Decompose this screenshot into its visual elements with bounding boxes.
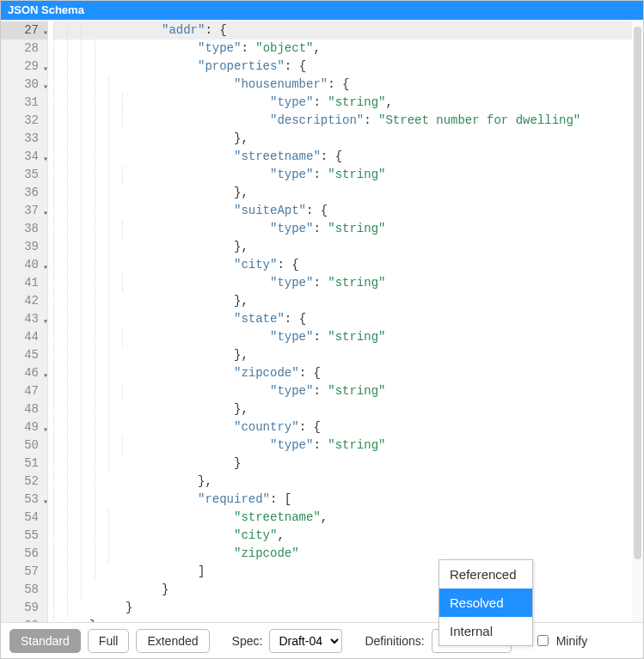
- code-line[interactable]: "type": "string": [53, 436, 638, 455]
- code-line[interactable]: },: [53, 238, 638, 256]
- code-line[interactable]: ]: [53, 563, 638, 581]
- code-line[interactable]: "country": {: [53, 418, 638, 436]
- toolbar: Standard Full Extended Spec: Draft-04 De…: [1, 622, 643, 658]
- token-punc: :: [313, 276, 328, 290]
- token-punc: :: [313, 95, 328, 109]
- gutter: 27▾2829▾30▾31323334▾353637▾383940▾414243…: [1, 20, 48, 622]
- token-brace: {: [291, 258, 298, 272]
- dropdown-option[interactable]: Referenced: [439, 560, 532, 589]
- code-line[interactable]: },: [53, 346, 638, 364]
- token-punc: ,: [241, 131, 248, 145]
- code-line[interactable]: "type": "object",: [53, 40, 638, 58]
- mode-full-button[interactable]: Full: [88, 629, 130, 653]
- gutter-line: 48: [1, 400, 47, 418]
- gutter-line: 56: [1, 545, 47, 563]
- code-line[interactable]: },: [53, 400, 638, 418]
- token-brace: }: [126, 601, 132, 614]
- gutter-line: 28: [1, 40, 47, 58]
- token-punc: :: [285, 59, 299, 73]
- code-line[interactable]: "description": "Street number for dwelli…: [53, 112, 638, 130]
- code-line[interactable]: "state": {: [53, 310, 638, 328]
- gutter-line: 38: [1, 220, 47, 238]
- code-editor[interactable]: 27▾2829▾30▾31323334▾353637▾383940▾414243…: [1, 20, 643, 622]
- code-line[interactable]: "suiteApt": {: [53, 202, 638, 220]
- gutter-line: 34▾: [1, 148, 47, 166]
- token-brace: {: [219, 23, 226, 37]
- code-line[interactable]: }: [53, 455, 638, 473]
- dropdown-option[interactable]: Resolved: [439, 589, 532, 617]
- token-brace: {: [321, 204, 328, 217]
- minify-toggle[interactable]: Minify: [534, 632, 588, 649]
- json-schema-editor: JSON Schema 27▾2829▾30▾31323334▾353637▾3…: [0, 0, 644, 659]
- code-line[interactable]: "streetname": {: [53, 148, 638, 166]
- gutter-line: 54: [1, 509, 47, 527]
- token-key: "housenumber": [234, 77, 328, 91]
- token-punc: :: [277, 258, 291, 272]
- gutter-line: 57: [1, 563, 47, 581]
- token-key: "type": [270, 222, 313, 235]
- gutter-line: 53▾: [1, 491, 47, 509]
- spec-select[interactable]: Draft-04: [269, 629, 342, 653]
- gutter-line: 27▾: [1, 21, 47, 40]
- gutter-line: 43▾: [1, 310, 47, 328]
- token-punc: ,: [241, 186, 248, 199]
- minify-checkbox[interactable]: [537, 635, 549, 646]
- code-line[interactable]: "housenumber": {: [53, 76, 638, 94]
- token-punc: :: [313, 222, 328, 235]
- token-key: "properties": [198, 59, 285, 73]
- token-key: "type": [270, 384, 313, 398]
- token-str: "Street number for dwelling": [378, 113, 580, 127]
- gutter-line: 31: [1, 94, 47, 112]
- code-line[interactable]: "type": "string": [53, 382, 638, 400]
- code-line[interactable]: },: [53, 184, 638, 202]
- code-line[interactable]: }: [53, 599, 638, 617]
- token-brace: [: [285, 492, 291, 506]
- code-line[interactable]: "city",: [53, 527, 638, 545]
- gutter-line: 47: [1, 382, 47, 400]
- token-punc: :: [364, 113, 378, 127]
- definitions-dropdown-popup[interactable]: ReferencedResolvedInternal: [439, 559, 533, 646]
- token-punc: :: [299, 420, 314, 434]
- code-line[interactable]: "zipcode": {: [53, 364, 638, 382]
- code-line[interactable]: "type": "string": [53, 166, 638, 184]
- definitions-label: Definitions:: [365, 634, 424, 648]
- mode-standard-button[interactable]: Standard: [9, 629, 81, 653]
- token-key: "type": [270, 168, 313, 181]
- token-punc: ,: [313, 41, 320, 55]
- token-key: "state": [234, 312, 285, 326]
- gutter-line: 30▾: [1, 76, 47, 94]
- code-line[interactable]: "properties": {: [53, 58, 638, 76]
- token-key: "city": [234, 258, 277, 272]
- code-line[interactable]: "type": "string": [53, 328, 638, 346]
- token-str: "streetname": [234, 510, 321, 524]
- token-punc: :: [306, 204, 321, 217]
- token-brace: {: [335, 149, 342, 163]
- code-area[interactable]: "addr": {"type": "object","properties": …: [48, 20, 643, 622]
- token-brace: {: [313, 420, 320, 434]
- code-line[interactable]: "zipcode": [53, 545, 638, 563]
- code-line[interactable]: "required": [: [53, 491, 638, 509]
- code-line[interactable]: "addr": {: [53, 21, 638, 40]
- code-line[interactable]: "type": "string",: [53, 94, 638, 112]
- gutter-line: 46▾: [1, 364, 47, 382]
- code-line[interactable]: "city": {: [53, 256, 638, 274]
- gutter-line: 33: [1, 130, 47, 148]
- code-line[interactable]: },: [53, 473, 638, 491]
- gutter-line: 44: [1, 328, 47, 346]
- dropdown-option[interactable]: Internal: [439, 617, 532, 645]
- scroll-thumb[interactable]: [634, 27, 641, 559]
- gutter-line: 41: [1, 274, 47, 292]
- code-line[interactable]: "streetname",: [53, 509, 638, 527]
- mode-extended-button[interactable]: Extended: [136, 629, 209, 653]
- code-line[interactable]: }: [53, 581, 638, 599]
- gutter-line: 39: [1, 238, 47, 256]
- code-line[interactable]: },: [53, 130, 638, 148]
- token-punc: ,: [205, 474, 212, 488]
- code-line[interactable]: "type": "string": [53, 220, 638, 238]
- token-punc: ,: [241, 402, 248, 416]
- code-line[interactable]: },: [53, 292, 638, 310]
- token-key: "suiteApt": [234, 204, 306, 217]
- token-key: "country": [234, 420, 299, 434]
- vertical-scrollbar[interactable]: [632, 20, 643, 622]
- code-line[interactable]: "type": "string": [53, 274, 638, 292]
